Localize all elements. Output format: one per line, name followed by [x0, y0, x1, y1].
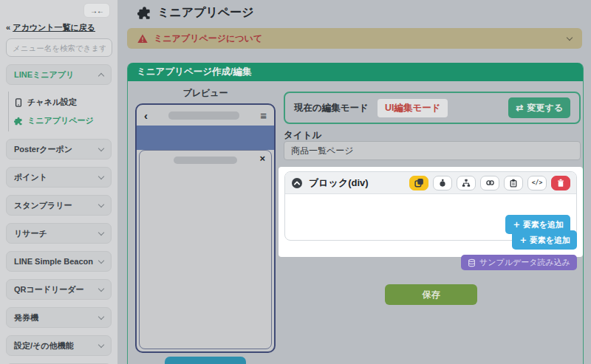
collapse-arrows-icon: →← — [90, 7, 103, 15]
chevron-down-icon — [98, 145, 104, 151]
phone-header-bar: ‹ ≡ — [137, 105, 274, 126]
notice-title: ミニアプリページについて — [154, 32, 262, 45]
title-field-label: タイトル — [284, 129, 321, 142]
preview-label: プレビュー — [135, 87, 276, 100]
close-icon[interactable]: × — [259, 153, 265, 164]
sidebar-item-line-miniapp[interactable]: LINEミニアプリ — [6, 64, 112, 85]
chevron-down-icon — [98, 257, 104, 263]
editor-panel: ミニアプリページ作成/編集 プレビュー ‹ ≡ × 現在の編集モード UI編集モ… — [127, 63, 584, 364]
swap-arrows-icon: ⇄ — [516, 103, 523, 113]
style-button[interactable] — [433, 176, 452, 190]
chevron-down-icon — [98, 285, 104, 291]
database-icon — [468, 258, 476, 267]
edit-mode-box: 現在の編集モード UI編集モード ⇄ 変更する — [284, 92, 581, 124]
sidebar-subnav: チャネル設定 ミニアプリページ — [8, 92, 112, 131]
phone-content-card: × — [139, 150, 272, 349]
back-link-label: アカウント一覧に戻る — [13, 23, 95, 32]
chevron-down-icon — [98, 201, 104, 207]
sidebar-item-stamp-rally[interactable]: スタンプラリー — [6, 195, 112, 216]
guillemet-icon: « — [6, 23, 10, 32]
sidebar-group-label: リサーチ — [14, 228, 47, 239]
chevron-down-icon — [98, 173, 104, 179]
plus-icon: ＋ — [512, 218, 522, 231]
clone-icon — [414, 178, 424, 188]
sitemap-icon — [462, 179, 471, 188]
panel-header: ミニアプリページ作成/編集 — [128, 63, 583, 81]
sidebar-item-channel-settings[interactable]: チャネル設定 — [9, 93, 112, 111]
sidebar-group-label: LINEミニアプリ — [14, 69, 74, 80]
block-toolbar: </> — [409, 176, 570, 190]
load-sample-data-button[interactable]: サンプルデータ読み込み — [461, 255, 577, 270]
link-icon — [485, 178, 495, 188]
code-button[interactable]: </> — [527, 176, 547, 190]
add-element-label: 要素を追加 — [523, 219, 564, 230]
sidebar-item-ticket-machine[interactable]: 発券機 — [6, 307, 112, 328]
sidebar-group-label: スタンプラリー — [14, 200, 72, 211]
sidebar-collapse-button[interactable]: →← — [83, 3, 110, 18]
subitem-label: ミニアプリページ — [27, 115, 94, 126]
paint-drop-icon — [438, 179, 447, 188]
miniapp-notice-banner[interactable]: ミニアプリページについて — [127, 28, 582, 49]
clone-block-button[interactable] — [409, 176, 428, 190]
preview-action-button-partial[interactable] — [165, 357, 246, 364]
load-sample-label: サンプルデータ読み込み — [479, 257, 570, 268]
link-button[interactable] — [480, 176, 499, 190]
page-title-input[interactable] — [284, 141, 581, 160]
sidebar-group-label: LINE Simple Beacon — [14, 257, 93, 266]
edit-mode-label: 現在の編集モード — [294, 102, 369, 114]
sidebar-group-label: Posterクーポン — [14, 144, 72, 155]
puzzle-icon — [14, 117, 23, 126]
delete-block-button[interactable] — [551, 176, 570, 190]
subitem-label: チャネル設定 — [27, 97, 77, 108]
chevron-down-icon — [98, 229, 104, 235]
sidebar-item-points[interactable]: ポイント — [6, 167, 112, 188]
sidebar-item-poster-coupon[interactable]: Posterクーポン — [6, 139, 112, 159]
phone-preview: ‹ ≡ × — [135, 103, 276, 353]
chevron-down-icon[interactable] — [567, 34, 573, 40]
save-button[interactable]: 保存 — [385, 284, 477, 305]
sidebar-item-miniapp-page[interactable]: ミニアプリページ — [9, 111, 112, 130]
sidebar-group-label: 発券機 — [14, 312, 38, 323]
back-to-accounts-link[interactable]: « アカウント一覧に戻る — [6, 22, 112, 33]
chevron-down-icon — [98, 341, 104, 347]
mobile-device-icon — [14, 98, 23, 107]
back-chevron-icon[interactable]: ‹ — [144, 109, 148, 122]
sidebar-item-research[interactable]: リサーチ — [6, 223, 112, 244]
sidebar: →← « アカウント一覧に戻る LINEミニアプリ チャネル設定 ミニアプリペー… — [0, 0, 118, 364]
edit-mode-badge: UI編集モード — [378, 99, 448, 117]
trash-icon — [556, 179, 565, 188]
chevron-down-icon — [98, 313, 104, 319]
add-element-button-outer[interactable]: ＋ 要素を追加 — [512, 230, 577, 250]
sidebar-group-label: ポイント — [14, 172, 47, 183]
sidebar-item-simple-beacon[interactable]: LINE Simple Beacon — [6, 251, 112, 272]
plus-icon: ＋ — [519, 233, 528, 247]
sidebar-item-qr-reader[interactable]: QRコードリーダー — [6, 279, 112, 300]
sidebar-group-label: 設定/その他機能 — [14, 340, 74, 351]
paste-button[interactable] — [504, 176, 523, 190]
page-title-text: ミニアプリページ — [157, 5, 254, 21]
block-header: ブロック(div) — [285, 172, 576, 194]
change-mode-button[interactable]: ⇄ 変更する — [508, 97, 570, 118]
warning-icon — [137, 34, 148, 44]
block-title: ブロック(div) — [309, 176, 369, 190]
menu-search-input[interactable] — [6, 38, 112, 57]
sidebar-item-settings-other[interactable]: 設定/その他機能 — [6, 335, 112, 356]
add-element-label: 要素を追加 — [530, 235, 570, 246]
code-icon: </> — [532, 179, 542, 186]
page-title: ミニアプリページ — [137, 5, 254, 21]
structure-button[interactable] — [457, 176, 476, 190]
collapse-circle-icon[interactable] — [291, 177, 303, 189]
puzzle-icon — [137, 6, 151, 20]
hamburger-menu-icon[interactable]: ≡ — [260, 109, 267, 122]
change-mode-label: 変更する — [527, 102, 563, 114]
blurred-text-placeholder — [174, 157, 237, 164]
sidebar-group-label: QRコードリーダー — [14, 284, 84, 295]
phone-hero-band — [137, 126, 274, 150]
chevron-up-icon — [98, 72, 104, 78]
blurred-title-placeholder — [168, 111, 239, 120]
clipboard-paste-icon — [509, 179, 518, 188]
